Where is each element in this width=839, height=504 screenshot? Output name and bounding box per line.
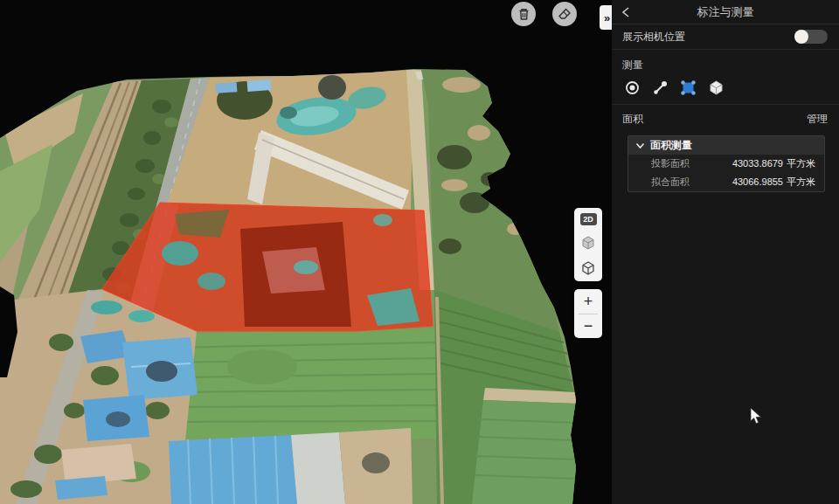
eraser-button[interactable] <box>552 2 577 26</box>
view-cube-button-2[interactable] <box>580 260 596 276</box>
measure-tools <box>612 72 839 105</box>
cube-dark-icon <box>580 260 596 276</box>
measure-section-label: 测量 <box>612 50 839 72</box>
area-tool-icon <box>680 79 697 96</box>
app-root: » 2D + − 标注与测量 <box>0 0 839 504</box>
projected-area-value: 43033.8679平方米 <box>732 157 815 170</box>
orthomosaic-scene <box>0 0 612 504</box>
trash-icon <box>517 7 530 21</box>
projected-area-label: 投影面积 <box>651 157 690 170</box>
measure-row-fitted: 拟合面积 43066.9855平方米 <box>628 173 824 191</box>
map-toolbar <box>511 2 577 26</box>
panel-header: 标注与测量 <box>612 0 839 24</box>
tool-area-button-selected[interactable] <box>680 79 697 96</box>
tool-point-button[interactable] <box>624 79 641 96</box>
camera-position-label: 展示相机位置 <box>622 30 685 45</box>
map-viewport[interactable] <box>0 0 612 504</box>
area-measurement-card: 面积测量 投影面积 43033.8679平方米 拟合面积 43066.9855平… <box>628 135 825 192</box>
mode-2d-button[interactable]: 2D <box>580 213 597 225</box>
zoom-out-button[interactable]: − <box>574 314 602 339</box>
fitted-area-value: 43066.9855平方米 <box>732 176 815 189</box>
zoom-in-button[interactable]: + <box>574 289 602 314</box>
point-tool-icon <box>624 79 641 96</box>
back-chevron-icon <box>621 6 631 18</box>
area-measurement-card-header[interactable]: 面积测量 <box>628 136 824 155</box>
view-mode-controls: 2D <box>574 208 602 281</box>
area-section-header: 面积 管理 <box>612 105 839 132</box>
measure-row-projected: 投影面积 43033.8679平方米 <box>628 155 824 173</box>
collapse-chevrons: » <box>604 11 610 24</box>
fitted-area-label: 拟合面积 <box>651 176 690 189</box>
delete-annotation-button[interactable] <box>511 2 536 26</box>
volume-tool-icon <box>708 79 725 96</box>
tool-volume-button[interactable] <box>708 79 725 96</box>
tool-distance-button[interactable] <box>652 79 669 96</box>
back-button[interactable] <box>612 6 636 18</box>
manage-button[interactable]: 管理 <box>807 112 828 127</box>
panel-title: 标注与测量 <box>612 4 839 20</box>
eraser-icon <box>558 7 572 21</box>
cube-light-icon <box>580 235 596 251</box>
zoom-controls: + − <box>574 289 602 338</box>
annotation-measure-panel: 标注与测量 展示相机位置 测量 <box>612 0 839 504</box>
area-measurement-title: 面积测量 <box>650 138 692 153</box>
camera-position-toggle[interactable] <box>794 30 828 44</box>
chevron-down-icon <box>635 142 645 149</box>
view-cube-button-1[interactable] <box>580 235 596 251</box>
distance-tool-icon <box>652 79 669 96</box>
toggle-knob <box>794 30 808 44</box>
camera-position-row: 展示相机位置 <box>612 24 839 50</box>
area-section-label: 面积 <box>622 112 643 127</box>
